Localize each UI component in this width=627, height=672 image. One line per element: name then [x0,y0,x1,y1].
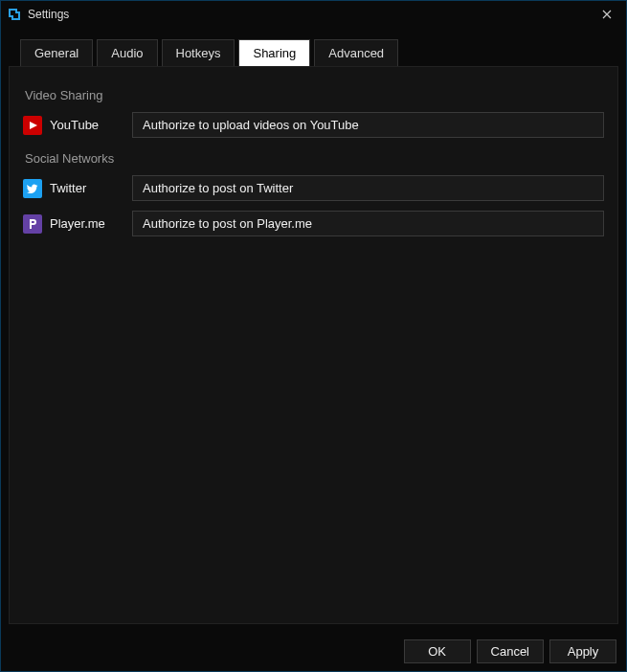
row-playerme: Player.me Authorize to post on Player.me [23,211,604,236]
app-icon [7,7,22,22]
tab-audio[interactable]: Audio [97,39,157,66]
settings-window: Settings General Audio Hotkeys Sharing A… [0,0,627,672]
twitter-icon [23,179,42,198]
tab-general[interactable]: General [20,39,93,66]
row-youtube: YouTube Authorize to upload videos on Yo… [23,112,604,138]
cancel-button[interactable]: Cancel [477,639,544,663]
dialog-footer: OK Cancel Apply [1,632,626,671]
youtube-authorize-button[interactable]: Authorize to upload videos on YouTube [132,112,604,138]
tab-advanced[interactable]: Advanced [314,39,398,66]
titlebar: Settings [1,1,626,28]
playerme-authorize-button[interactable]: Authorize to post on Player.me [132,211,604,236]
playerme-icon [23,214,42,234]
window-title: Settings [28,8,593,21]
tab-sharing[interactable]: Sharing [238,39,310,66]
twitter-authorize-button[interactable]: Authorize to post on Twitter [132,175,604,201]
section-title-social-networks: Social Networks [25,151,604,166]
section-title-video-sharing: Video Sharing [25,88,604,102]
playerme-label: Player.me [50,216,132,231]
twitter-label: Twitter [50,181,132,195]
youtube-label: YouTube [50,118,132,132]
row-twitter: Twitter Authorize to post on Twitter [23,175,604,201]
close-button[interactable] [593,1,620,28]
svg-marker-0 [30,122,37,129]
tab-bar: General Audio Hotkeys Sharing Advanced [1,28,626,66]
content-panel: Video Sharing YouTube Authorize to uploa… [9,66,618,624]
ok-button[interactable]: OK [404,639,471,663]
apply-button[interactable]: Apply [549,639,616,663]
tab-hotkeys[interactable]: Hotkeys [162,39,235,66]
youtube-icon [23,116,42,135]
